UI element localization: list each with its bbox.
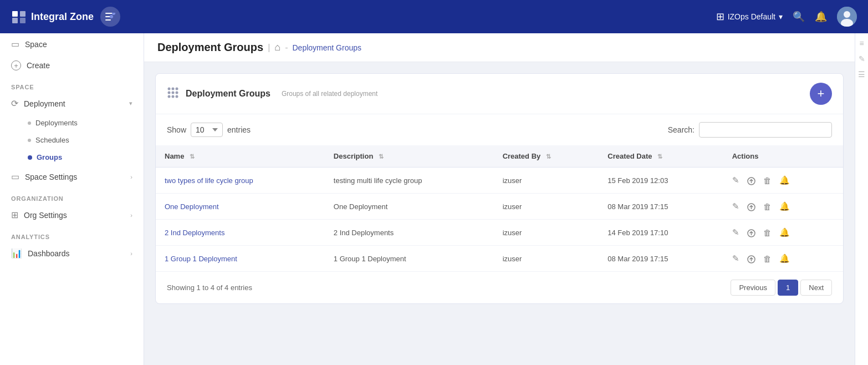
sidebar: ▭ Space + Create SPACE ⟳ Deployment ▾ De… xyxy=(0,33,144,365)
content-area: Deployment Groups Groups of all related … xyxy=(144,62,855,365)
previous-button[interactable]: Previous xyxy=(731,280,775,296)
row-4-name-link[interactable]: 1 Group 1 Deployment xyxy=(165,255,237,263)
row-1-created-date: 15 Feb 2019 12:03 xyxy=(599,168,723,194)
row-1-upload-icon[interactable] xyxy=(747,175,755,185)
row-2-name: One Deployment xyxy=(156,194,325,220)
workspace-icon: ⊞ xyxy=(716,11,724,23)
created-date-sort-icon[interactable]: ⇅ xyxy=(657,153,662,160)
row-4-edit-icon[interactable]: ✎ xyxy=(732,254,739,263)
row-2-actions: ✎ 🗑 🔔 xyxy=(723,194,843,220)
row-1-edit-icon[interactable]: ✎ xyxy=(732,175,739,185)
row-2-upload-icon[interactable] xyxy=(747,201,755,211)
description-sort-icon[interactable]: ⇅ xyxy=(379,153,384,160)
show-label: Show xyxy=(167,125,186,134)
top-navigation: Integral Zone ⊞ IZOps Default ▾ 🔍 🔔 xyxy=(0,0,868,33)
search-input[interactable] xyxy=(699,122,832,138)
sidebar-item-create[interactable]: + Create xyxy=(0,55,144,76)
row-2-name-link[interactable]: One Deployment xyxy=(165,202,219,211)
right-panel-icon-3[interactable]: ☰ xyxy=(858,70,865,79)
sidebar-item-space-label: Space xyxy=(25,40,47,49)
column-created-date: Created Date ⇅ xyxy=(599,145,723,168)
row-3-name-link[interactable]: 2 Ind Deployments xyxy=(165,229,224,237)
logo-icon xyxy=(11,9,27,24)
search-area: Search: xyxy=(668,122,832,138)
row-4-description: 1 Group 1 Deployment xyxy=(325,246,494,272)
row-3-notify-icon[interactable]: 🔔 xyxy=(779,227,790,237)
workspace-dropdown-icon: ▾ xyxy=(779,12,783,21)
row-2-edit-icon[interactable]: ✎ xyxy=(732,201,739,211)
breadcrumb-page[interactable]: Deployment Groups xyxy=(293,43,362,52)
column-name: Name ⇅ xyxy=(156,145,325,168)
home-icon[interactable]: ⌂ xyxy=(274,42,280,53)
row-1-notify-icon[interactable]: 🔔 xyxy=(779,175,790,185)
dashboards-arrow-icon: › xyxy=(130,250,132,257)
row-3-actions: ✎ 🗑 🔔 xyxy=(723,220,843,246)
search-label: Search: xyxy=(668,125,695,134)
row-2-created-by: izuser xyxy=(494,194,599,220)
svg-point-19 xyxy=(172,95,175,98)
breadcrumb: Deployment Groups | ⌂ - Deployment Group… xyxy=(144,33,855,62)
sidebar-item-groups[interactable]: Groups xyxy=(11,149,144,166)
created-by-sort-icon[interactable]: ⇅ xyxy=(546,153,551,160)
breadcrumb-dash: - xyxy=(285,43,288,53)
row-1-name-link[interactable]: two types of life cycle group xyxy=(165,176,253,185)
sidebar-item-dashboards[interactable]: 📊 Dashboards › xyxy=(0,242,144,264)
pagination-buttons: Previous 1 Next xyxy=(731,280,832,296)
add-button[interactable]: + xyxy=(810,83,832,105)
nav-left: Integral Zone xyxy=(11,7,120,27)
name-sort-icon[interactable]: ⇅ xyxy=(190,153,195,160)
search-icon[interactable]: 🔍 xyxy=(793,11,805,23)
right-panel-icon-2[interactable]: ✎ xyxy=(859,54,865,63)
deployments-label: Deployments xyxy=(35,119,78,127)
row-4-upload-icon[interactable] xyxy=(747,254,755,263)
svg-point-20 xyxy=(176,95,178,98)
section-analytics-label: ANALYTICS xyxy=(0,226,144,242)
row-4-created-by: izuser xyxy=(494,246,599,272)
row-2-notify-icon[interactable]: 🔔 xyxy=(779,201,790,211)
right-panel-icon-1[interactable]: ≡ xyxy=(859,39,864,48)
space-settings-arrow-icon: › xyxy=(130,174,132,180)
sidebar-item-schedules[interactable]: Schedules xyxy=(11,131,144,149)
sidebar-item-space[interactable]: ▭ Space xyxy=(0,33,144,55)
filter-button[interactable] xyxy=(100,7,120,27)
dashboards-label: Dashboards xyxy=(28,249,70,258)
row-3-upload-icon[interactable] xyxy=(747,227,755,237)
row-3-delete-icon[interactable]: 🗑 xyxy=(763,228,772,237)
sidebar-item-deployment[interactable]: ⟳ Deployment ▾ xyxy=(0,93,144,114)
deployment-groups-card: Deployment Groups Groups of all related … xyxy=(155,73,844,304)
groups-label: Groups xyxy=(37,153,62,161)
entries-select[interactable]: 10 25 50 100 xyxy=(191,123,223,137)
svg-point-16 xyxy=(172,91,175,94)
pagination-area: Showing 1 to 4 of 4 entries Previous 1 N… xyxy=(156,271,843,303)
page-1-button[interactable]: 1 xyxy=(778,280,798,296)
column-description: Description ⇅ xyxy=(325,145,494,168)
svg-point-18 xyxy=(168,95,171,98)
breadcrumb-separator: | xyxy=(268,43,270,53)
app-logo: Integral Zone xyxy=(11,9,94,24)
row-3-edit-icon[interactable]: ✎ xyxy=(732,227,739,237)
page-title: Deployment Groups xyxy=(157,41,263,54)
sidebar-item-space-settings[interactable]: ▭ Space Settings › xyxy=(0,166,144,187)
avatar[interactable] xyxy=(837,7,857,27)
show-entries: Show 10 25 50 100 entries xyxy=(167,123,251,137)
row-4-delete-icon[interactable]: 🗑 xyxy=(763,254,772,263)
deployment-groups-table: Name ⇅ Description ⇅ Created By ⇅ xyxy=(156,145,843,271)
notifications-icon[interactable]: 🔔 xyxy=(815,11,827,23)
svg-point-10 xyxy=(844,11,850,18)
row-2-delete-icon[interactable]: 🗑 xyxy=(763,202,772,211)
row-1-delete-icon[interactable]: 🗑 xyxy=(763,176,772,185)
sidebar-item-org-settings[interactable]: ⊞ Org Settings › xyxy=(0,204,144,226)
nav-right: ⊞ IZOps Default ▾ 🔍 🔔 xyxy=(716,7,857,27)
entries-label: entries xyxy=(227,125,251,134)
space-icon: ▭ xyxy=(11,39,19,49)
workspace-selector[interactable]: ⊞ IZOps Default ▾ xyxy=(716,11,783,23)
svg-point-13 xyxy=(172,87,175,90)
space-settings-icon: ▭ xyxy=(11,171,19,182)
card-header: Deployment Groups Groups of all related … xyxy=(156,74,843,114)
next-button[interactable]: Next xyxy=(800,280,832,296)
table-header-row: Name ⇅ Description ⇅ Created By ⇅ xyxy=(156,145,843,168)
row-4-notify-icon[interactable]: 🔔 xyxy=(779,254,790,263)
section-org-label: ORGANIZATION xyxy=(0,187,144,204)
table-row: One Deployment One Deployment izuser 08 … xyxy=(156,194,843,220)
sidebar-item-deployments[interactable]: Deployments xyxy=(11,114,144,131)
